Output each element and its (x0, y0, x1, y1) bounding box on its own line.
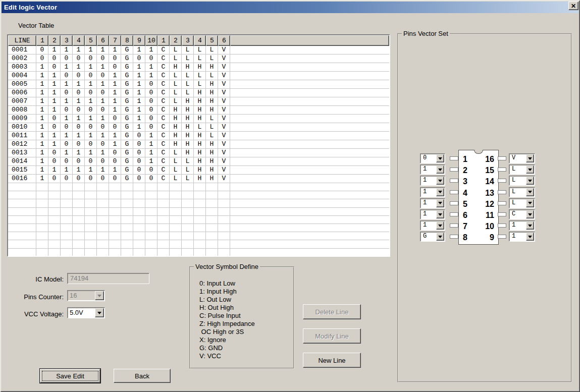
row-filler (230, 106, 389, 114)
pin-11-dropdown-button[interactable] (526, 210, 534, 218)
vector-cell: 1 (73, 63, 85, 71)
vector-cell: L (182, 157, 194, 165)
pin-13-dropdown-button[interactable] (526, 188, 534, 196)
line-number-cell: 0007 (8, 97, 36, 105)
vcc-voltage-select[interactable]: 5.0V (67, 307, 105, 318)
vector-cell: 0 (85, 157, 97, 165)
table-row[interactable]: 00031011110G11CHHHHV (8, 63, 389, 72)
empty-cell (61, 183, 73, 191)
table-row[interactable]: 00161000000G00CLLHHV (8, 175, 389, 183)
vector-cell: 0 (73, 157, 85, 165)
empty-cell (182, 183, 194, 191)
pin-5-select[interactable]: 1 (420, 198, 445, 208)
vector-cell: G (121, 115, 133, 123)
table-row[interactable]: 00141000000G01CLLHHV (8, 157, 389, 166)
row-filler (230, 183, 389, 191)
pin-10-select[interactable]: 1 (509, 220, 535, 231)
table-row[interactable]: 00081100001G10CHHHHV (8, 106, 389, 115)
vector-cell: 0 (145, 97, 157, 105)
table-row[interactable]: 00101000000G10CHHLLV (8, 123, 389, 132)
pin-14-dropdown-button[interactable] (526, 177, 534, 185)
pin-1-select[interactable]: 0 (420, 153, 445, 163)
empty-cell (157, 249, 170, 256)
symbol-define-line: L: Out Low (199, 296, 255, 304)
pin-2-select[interactable]: 1 (420, 164, 445, 175)
pin-1-dropdown-button[interactable] (436, 154, 444, 162)
table-row[interactable]: 00071111111G10CLHHHV (8, 97, 389, 106)
pin-2-dropdown-button[interactable] (436, 165, 444, 174)
line-number-cell: 0013 (8, 149, 36, 157)
back-button[interactable]: Back (114, 369, 171, 383)
table-row[interactable]: 00010111111G11CLLLLV (8, 46, 389, 54)
table-row[interactable]: 00131011110G01CLHHHV (8, 149, 389, 157)
empty-cell (61, 240, 73, 248)
vector-cell: C (157, 132, 170, 140)
line-number-cell: 0006 (8, 89, 36, 97)
vcc-voltage-dropdown-button[interactable] (95, 308, 104, 317)
table-row[interactable]: 00151111111G00CLLHHV (8, 166, 389, 175)
column-header-15: 5 (206, 35, 218, 46)
pin-16-select[interactable]: V (509, 153, 535, 163)
vector-cell: 1 (36, 157, 48, 165)
pin-8-dropdown-button[interactable] (436, 233, 444, 241)
line-number-cell: 0009 (8, 115, 36, 123)
pin-2-number: 2 (463, 165, 467, 176)
vector-cell: 1 (145, 72, 157, 80)
table-row[interactable]: 00111111111G01CHHHLV (8, 132, 389, 140)
pin-14-select[interactable]: L (509, 176, 535, 186)
empty-cell (109, 216, 121, 223)
vector-cell: 1 (97, 166, 109, 174)
table-row[interactable]: 00121100001G01CHHHHV (8, 140, 389, 149)
table-row[interactable]: 00051111111G10CLLLHV (8, 80, 389, 89)
pin-6-dropdown-button[interactable] (436, 210, 444, 218)
vector-cell: 1 (48, 97, 61, 105)
pin-3-dropdown-button[interactable] (436, 177, 444, 185)
table-row[interactable]: 00091011110G10CHHHLV (8, 115, 389, 123)
pin-7-dropdown-button[interactable] (436, 221, 444, 230)
pin-5-dropdown-button[interactable] (436, 199, 444, 207)
vector-cell: L (194, 54, 206, 63)
pin-12-stub (498, 201, 506, 205)
pin-8-select[interactable]: G (420, 232, 445, 242)
pin-13-select[interactable]: L (509, 187, 535, 197)
pin-16-dropdown-button[interactable] (526, 154, 534, 162)
empty-cell (145, 191, 157, 199)
vector-cell: H (206, 106, 218, 114)
pin-3-select[interactable]: 1 (420, 176, 445, 186)
new-line-button[interactable]: New Line (303, 353, 361, 368)
pin-8-value: G (421, 233, 436, 241)
vector-cell: C (157, 54, 170, 63)
vector-cell: 1 (48, 89, 61, 97)
vector-cell: 1 (73, 97, 85, 105)
pin-11-select[interactable]: C (509, 209, 535, 219)
empty-cell (85, 240, 97, 248)
vector-cell: 1 (145, 149, 157, 157)
pin-9-dropdown-button[interactable] (526, 233, 534, 241)
pin-5-stub (450, 201, 458, 205)
pin-6-select[interactable]: 1 (420, 209, 445, 219)
vector-cell: C (157, 123, 170, 131)
chevron-down-icon (438, 191, 442, 193)
pin-15-dropdown-button[interactable] (526, 165, 534, 174)
vector-cell: 0 (97, 54, 109, 63)
table-row[interactable]: 00041100001G11CLLLLV (8, 72, 389, 80)
vector-cell: 0 (73, 123, 85, 131)
pin-4-select[interactable]: 1 (420, 187, 445, 197)
close-button[interactable]: ✕ (568, 2, 578, 10)
pin-7-select[interactable]: 1 (420, 220, 445, 231)
pin-4-dropdown-button[interactable] (436, 188, 444, 196)
pin-12-dropdown-button[interactable] (526, 199, 534, 207)
vector-cell: 0 (133, 54, 145, 63)
vector-cell: V (218, 54, 230, 63)
pin-12-select[interactable]: L (509, 198, 535, 208)
vector-cell: H (182, 97, 194, 105)
pin-15-select[interactable]: L (509, 164, 535, 175)
pin-10-dropdown-button[interactable] (526, 221, 534, 230)
vector-cell: 0 (61, 106, 73, 114)
save-edit-button[interactable]: Save Edit (40, 369, 100, 383)
vector-cell: L (194, 123, 206, 131)
table-row[interactable]: 00020000000G00CLLLLV (8, 54, 389, 63)
table-row[interactable]: 00061100001G10CLLHHV (8, 89, 389, 97)
pin-5-value: 1 (421, 199, 436, 207)
pin-9-select[interactable]: 1 (509, 232, 535, 242)
